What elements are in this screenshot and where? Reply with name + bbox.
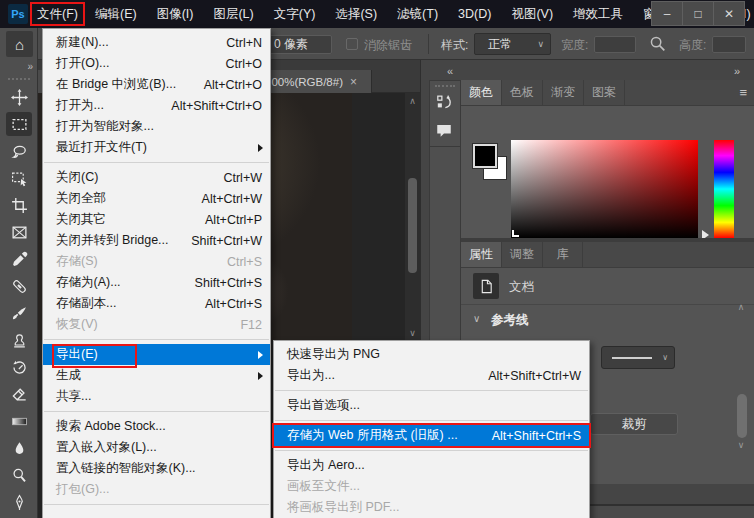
menu-item[interactable]: [43, 407, 270, 416]
menu-item-close[interactable]: 关闭(C) Ctrl+W: [43, 167, 270, 188]
menu-item-open-as-smart-object[interactable]: 打开为智能对象...: [43, 116, 270, 137]
submenu-item-artboards-to-pdf[interactable]: 将画板导出到 PDF...: [274, 497, 589, 518]
foreground-color-swatch[interactable]: [473, 144, 497, 168]
menu-item-generate[interactable]: 生成: [43, 365, 270, 386]
move-tool[interactable]: [6, 85, 32, 109]
submenu-item-export-as[interactable]: 导出为... Alt+Shift+Ctrl+W: [274, 365, 589, 386]
menu-item-save[interactable]: 存储(S) Ctrl+S: [43, 251, 270, 272]
menu-item-new[interactable]: 新建(N)... Ctrl+N: [43, 32, 270, 53]
menu-item[interactable]: [43, 158, 270, 167]
expand-toolbar-icon[interactable]: »: [27, 61, 33, 72]
menubar-item-3d[interactable]: 3D(D): [448, 2, 501, 26]
menubar-item-view[interactable]: 视图(V): [501, 2, 563, 26]
close-tab-icon[interactable]: ×: [350, 75, 357, 89]
tab-adjustments[interactable]: 调整: [502, 242, 543, 267]
scroll-down-icon[interactable]: ∨: [405, 328, 420, 338]
menu-item-revert[interactable]: 恢复(V) F12: [43, 314, 270, 335]
menu-item-save-as[interactable]: 存储为(A)... Shift+Ctrl+S: [43, 272, 270, 293]
scroll-down-icon[interactable]: ∨: [735, 440, 747, 450]
eraser-tool[interactable]: [6, 382, 32, 406]
tools-panel: ⌂ »: [0, 28, 38, 518]
tab-color[interactable]: 颜色: [461, 80, 502, 105]
blur-tool[interactable]: [6, 436, 32, 460]
gradient-tool[interactable]: [6, 409, 32, 433]
menu-item[interactable]: [43, 500, 270, 509]
submenu-item-quick-export-png[interactable]: 快速导出为 PNG: [274, 344, 589, 365]
tab-libraries[interactable]: 库: [543, 242, 583, 267]
menu-item-search-adobe-stock[interactable]: 搜索 Adobe Stock...: [43, 416, 270, 437]
pen-tool[interactable]: [6, 490, 32, 514]
menu-item-place-embedded[interactable]: 置入嵌入对象(L)...: [43, 437, 270, 458]
antialias-checkbox[interactable]: [346, 38, 358, 50]
panel-menu-icon[interactable]: ≡: [739, 85, 747, 100]
menu-item[interactable]: [43, 335, 270, 344]
guide-line-style-select[interactable]: ∨: [601, 346, 675, 369]
frame-tool[interactable]: [6, 220, 32, 244]
tab-gradients[interactable]: 渐变: [543, 80, 584, 105]
menu-item-open[interactable]: 打开(O)... Ctrl+O: [43, 53, 270, 74]
spot-healing-brush-tool[interactable]: [6, 274, 32, 298]
menubar-item-edit[interactable]: 编辑(E): [85, 2, 147, 26]
menu-item-close-others[interactable]: 关闭其它 Alt+Ctrl+P: [43, 209, 270, 230]
menu-item-open-as[interactable]: 打开为... Alt+Shift+Ctrl+O: [43, 95, 270, 116]
history-brush-tool[interactable]: [6, 355, 32, 379]
rectangular-marquee-tool[interactable]: [6, 112, 32, 136]
menubar-item-layer[interactable]: 图层(L): [203, 2, 263, 26]
submenu-item-save-for-web-legacy[interactable]: 存储为 Web 所用格式 (旧版) ... Alt+Shift+Ctrl+S: [274, 425, 589, 446]
menubar-item-filter[interactable]: 滤镜(T): [387, 2, 448, 26]
menu-item-open-recent[interactable]: 最近打开文件(T): [43, 137, 270, 158]
guides-section-header[interactable]: ∨ 参考线: [461, 305, 754, 335]
canvas-scrollbar[interactable]: ∧ ∨: [405, 93, 420, 341]
tab-swatches[interactable]: 色板: [502, 80, 543, 105]
grip-handle[interactable]: [8, 78, 30, 80]
collapse-panel-icon[interactable]: «: [447, 65, 453, 77]
height-input[interactable]: [712, 36, 746, 53]
menu-item-close-all[interactable]: 关闭全部 Alt+Ctrl+W: [43, 188, 270, 209]
eyedropper-tool[interactable]: [6, 247, 32, 271]
menubar-item-type[interactable]: 文字(Y): [264, 2, 326, 26]
menu-item-place-linked[interactable]: 置入链接的智能对象(K)...: [43, 458, 270, 479]
submenu-item[interactable]: [274, 386, 589, 395]
saturation-brightness-field[interactable]: [511, 140, 698, 238]
clone-stamp-tool[interactable]: [6, 328, 32, 352]
collapse-dock-icon[interactable]: »: [734, 65, 740, 77]
panel-menu-icon[interactable]: ≡: [739, 513, 747, 518]
menubar-item-select[interactable]: 选择(S): [325, 2, 387, 26]
menu-item-close-and-go-to-bridge[interactable]: 关闭并转到 Bridge... Shift+Ctrl+W: [43, 230, 270, 251]
minimize-button[interactable]: –: [651, 1, 683, 26]
style-select[interactable]: 正常 ∨: [474, 33, 551, 55]
brush-tool[interactable]: [6, 301, 32, 325]
tab-properties[interactable]: 属性: [461, 242, 502, 267]
comment-icon[interactable]: [435, 121, 455, 141]
menubar-item-image[interactable]: 图像(I): [147, 2, 204, 26]
menu-item-package[interactable]: 打包(G)...: [43, 479, 270, 500]
maximize-button[interactable]: □: [682, 1, 714, 26]
submenu-item-artboards-to-files[interactable]: 画板至文件...: [274, 476, 589, 497]
tab-patterns[interactable]: 图案: [584, 80, 625, 105]
close-button[interactable]: ✕: [713, 1, 745, 26]
scroll-up-icon[interactable]: ∧: [735, 302, 747, 312]
lasso-tool[interactable]: [6, 139, 32, 163]
submenu-item-export-as-aero[interactable]: 导出为 Aero...: [274, 455, 589, 476]
dodge-tool[interactable]: [6, 463, 32, 487]
menubar-item-file[interactable]: 文件(F): [30, 2, 85, 26]
menu-item-export[interactable]: 导出(E): [43, 344, 270, 365]
history-icon[interactable]: [435, 93, 455, 113]
scroll-up-icon[interactable]: ∧: [405, 96, 420, 106]
hue-slider[interactable]: [714, 140, 734, 238]
object-selection-tool[interactable]: [6, 166, 32, 190]
search-icon[interactable]: [649, 35, 666, 52]
crop-button[interactable]: 裁剪: [590, 413, 678, 435]
menu-item-save-a-copy[interactable]: 存储副本... Alt+Ctrl+S: [43, 293, 270, 314]
home-icon[interactable]: ⌂: [6, 31, 33, 57]
submenu-item-export-preferences[interactable]: 导出首选项...: [274, 395, 589, 416]
scrollbar-thumb[interactable]: [737, 394, 747, 438]
grip-handle[interactable]: [435, 85, 455, 87]
menu-item-share[interactable]: 共享...: [43, 386, 270, 407]
menu-item-browse-in-bridge[interactable]: 在 Bridge 中浏览(B)... Alt+Ctrl+O: [43, 74, 270, 95]
width-input[interactable]: [594, 36, 636, 53]
scrollbar-thumb[interactable]: [408, 178, 417, 273]
crop-tool[interactable]: [6, 193, 32, 217]
menubar-item-plugins[interactable]: 增效工具: [563, 2, 633, 26]
submenu-item[interactable]: [274, 446, 589, 455]
